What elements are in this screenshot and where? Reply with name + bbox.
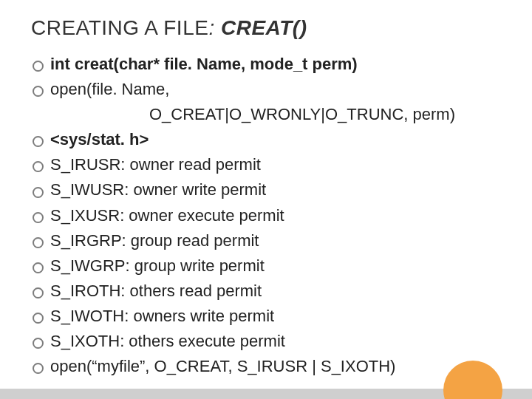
list-item-text: S_IWOTH: owners write permit: [50, 307, 274, 325]
list-item: S_IRUSR: owner read permit: [31, 152, 532, 177]
list-item-text: int creat(char* file. Name, mode_t perm): [50, 55, 358, 73]
list-item: open(file. Name,: [31, 77, 532, 102]
list-item: S_IROTH: others read permit: [31, 279, 532, 304]
list-item-text: S_IRUSR: owner read permit: [50, 155, 261, 174]
list-item-text: S_IROTH: others read permit: [50, 282, 262, 300]
list-item-text: S_IXOTH: others execute permit: [50, 332, 285, 350]
list-item: S_IXUSR: owner execute permit: [31, 203, 532, 228]
decor-bottom-bar: [0, 389, 532, 399]
list-item: S_IWUSR: owner write permit: [31, 177, 532, 202]
list-item: int creat(char* file. Name, mode_t perm): [31, 52, 532, 77]
list-item: <sys/stat. h>: [31, 127, 532, 152]
bullet-list: int creat(char* file. Name, mode_t perm)…: [31, 52, 532, 379]
list-item-text: S_IXUSR: owner execute permit: [50, 206, 284, 225]
list-item: S_IWGRP: group write permit: [31, 253, 532, 279]
list-item: S_IRGRP: group read permit: [31, 228, 532, 253]
title-prefix: CREATING A FILE: [31, 16, 208, 39]
list-item-text: S_IWGRP: group write permit: [50, 256, 265, 275]
list-item-text: open(“myfile”, O_CREAT, S_IRUSR | S_IXOT…: [50, 357, 395, 375]
list-item-text: <sys/stat. h>: [50, 130, 149, 149]
slide-title: CREATING A FILE: CREAT(): [31, 16, 532, 40]
list-item: S_IWOTH: owners write permit: [31, 304, 532, 329]
list-item-text: open(file. Name,: [50, 80, 169, 98]
title-colon: :: [208, 16, 221, 39]
list-item-text: S_IRGRP: group read permit: [50, 231, 259, 250]
title-func: CREAT(): [221, 16, 307, 39]
list-item: S_IXOTH: others execute permit: [31, 329, 532, 354]
list-item-text: S_IWUSR: owner write permit: [50, 180, 266, 199]
continuation-line: O_CREAT|O_WRONLY|O_TRUNC, perm): [31, 102, 532, 127]
slide: CREATING A FILE: CREAT() int creat(char*…: [0, 0, 532, 399]
